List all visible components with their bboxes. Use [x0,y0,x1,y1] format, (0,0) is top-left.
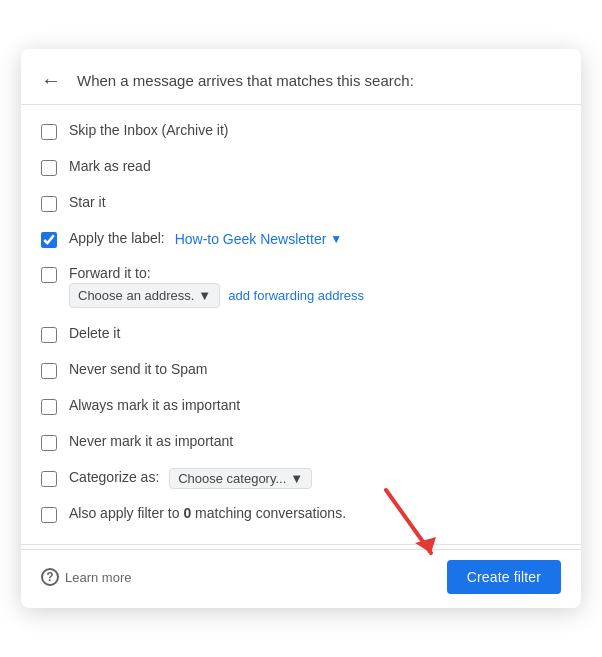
label-never-spam: Never send it to Spam [69,360,208,380]
back-arrow-icon: ← [41,69,61,92]
checkbox-never-important[interactable] [41,435,57,451]
category-dropdown-button[interactable]: Choose category... ▼ [169,468,312,489]
label-delete-it: Delete it [69,324,120,344]
label-apply-label: Apply the label: How-to Geek Newsletter … [69,229,346,249]
forward-address-chevron-icon: ▼ [198,288,211,303]
forward-label-container: Forward it to: Choose an address. ▼ add … [69,265,364,308]
filter-dialog: ← When a message arrives that matches th… [21,49,581,608]
checkbox-always-important[interactable] [41,399,57,415]
checkbox-never-spam[interactable] [41,363,57,379]
option-skip-inbox: Skip the Inbox (Archive it) [21,113,581,149]
learn-more-label: Learn more [65,570,131,585]
option-always-important: Always mark it as important [21,388,581,424]
back-button[interactable]: ← [37,65,65,96]
category-value: Choose category... [178,471,286,486]
option-delete-it: Delete it [21,316,581,352]
option-never-important: Never mark it as important [21,424,581,460]
matching-count: 0 [183,505,191,521]
checkbox-skip-inbox[interactable] [41,124,57,140]
option-also-apply: Also apply filter to 0 matching conversa… [21,496,581,532]
footer-divider [21,544,581,545]
forward-controls: Choose an address. ▼ add forwarding addr… [69,283,364,308]
label-never-important: Never mark it as important [69,432,233,452]
option-star-it: Star it [21,185,581,221]
label-star-it: Star it [69,193,106,213]
selected-label: How-to Geek Newsletter [175,231,327,247]
label-mark-as-read: Mark as read [69,157,151,177]
option-never-spam: Never send it to Spam [21,352,581,388]
label-selector-button[interactable]: How-to Geek Newsletter ▼ [171,231,347,247]
help-icon: ? [41,568,59,586]
forward-address-dropdown[interactable]: Choose an address. ▼ [69,283,220,308]
checkbox-delete-it[interactable] [41,327,57,343]
label-categorize: Categorize as: Choose category... ▼ [69,468,312,489]
label-skip-inbox: Skip the Inbox (Archive it) [69,121,229,141]
label-also-apply: Also apply filter to 0 matching conversa… [69,504,346,524]
option-forward-it: Forward it to: Choose an address. ▼ add … [21,257,581,316]
options-list: Skip the Inbox (Archive it) Mark as read… [21,105,581,540]
option-mark-as-read: Mark as read [21,149,581,185]
checkbox-star-it[interactable] [41,196,57,212]
label-chevron-icon: ▼ [330,232,342,246]
option-categorize: Categorize as: Choose category... ▼ [21,460,581,496]
dialog-footer: ? Learn more Create filter [21,549,581,608]
checkbox-forward-it[interactable] [41,267,57,283]
checkbox-categorize[interactable] [41,471,57,487]
checkbox-mark-as-read[interactable] [41,160,57,176]
label-always-important: Always mark it as important [69,396,240,416]
category-chevron-icon: ▼ [290,471,303,486]
label-forward-it: Forward it to: [69,265,364,281]
option-apply-label: Apply the label: How-to Geek Newsletter … [21,221,581,257]
add-forwarding-link[interactable]: add forwarding address [228,288,364,303]
checkbox-also-apply[interactable] [41,507,57,523]
checkbox-apply-label[interactable] [41,232,57,248]
header-description: When a message arrives that matches this… [77,72,414,89]
create-filter-button[interactable]: Create filter [447,560,561,594]
learn-more-link[interactable]: ? Learn more [41,568,131,586]
forward-address-value: Choose an address. [78,288,194,303]
dialog-header: ← When a message arrives that matches th… [21,49,581,105]
